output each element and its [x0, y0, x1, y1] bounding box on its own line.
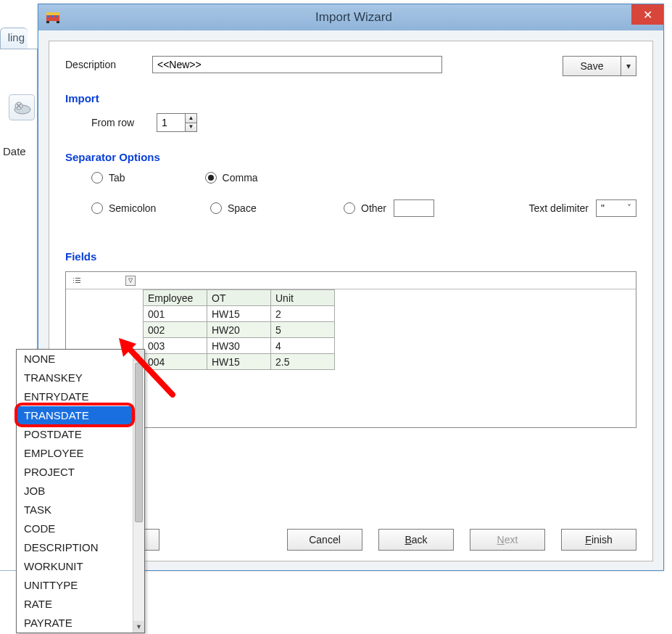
scroll-up-arrow[interactable]: ▲	[133, 350, 144, 361]
dropdown-item[interactable]: CODE	[17, 519, 133, 538]
section-import: Import	[65, 92, 636, 104]
close-button[interactable]: ✕	[631, 4, 663, 25]
spinner-down[interactable]: ▼	[186, 123, 196, 132]
dialog-title: Import Wizard	[44, 10, 663, 25]
dropdown-item[interactable]: UNITTYPE	[17, 576, 133, 595]
from-row-input[interactable]	[157, 114, 185, 131]
grid-cell: HW15	[207, 306, 271, 322]
dialog-button-bar: Cancel Back Next Finish	[287, 529, 636, 551]
radio-semicolon-label: Semicolon	[109, 202, 156, 214]
finish-button-label: Finish	[585, 534, 612, 546]
titlebar[interactable]: Import Wizard ✕	[38, 4, 663, 30]
cancel-button[interactable]: Cancel	[287, 529, 362, 551]
radio-tab-label: Tab	[109, 172, 125, 184]
table-row: 001 HW15 2	[144, 306, 335, 322]
section-fields: Fields	[65, 250, 636, 263]
table-row: 003 HW30 4	[144, 338, 335, 354]
grid-cell: HW15	[207, 354, 271, 370]
dropdown-item[interactable]: DESCRIPTION	[17, 538, 133, 557]
dropdown-scrollbar[interactable]: ▲ ▼	[133, 350, 144, 633]
save-button[interactable]: Save	[563, 56, 621, 76]
table-row: 004 HW15 2.5	[144, 354, 335, 370]
grid-cell: 001	[144, 306, 207, 322]
fields-toolbar: ▽	[66, 272, 636, 289]
dropdown-item[interactable]: PROJECT	[17, 463, 133, 482]
other-separator-input[interactable]	[394, 199, 434, 217]
radio-semicolon[interactable]: Semicolon	[91, 202, 210, 214]
car-icon	[12, 98, 33, 118]
list-icon	[70, 274, 83, 287]
dropdown-item[interactable]: NONE	[17, 350, 133, 369]
next-button: Next	[470, 529, 545, 551]
from-row-label: From row	[91, 117, 157, 128]
grid-header-cell[interactable]: OT	[207, 290, 271, 306]
dropdown-item[interactable]: TRANSDATE	[17, 406, 133, 425]
background-tab: ling	[0, 28, 28, 49]
dropdown-item[interactable]: TRANSKEY	[17, 369, 133, 387]
back-button[interactable]: Back	[378, 529, 454, 551]
background-toolbar-button[interactable]	[9, 94, 35, 120]
grid-cell: 002	[144, 322, 207, 338]
scroll-down-arrow[interactable]: ▼	[133, 621, 144, 633]
description-label: Description	[65, 59, 152, 70]
grid-header-cell[interactable]: Unit	[271, 290, 335, 306]
next-button-label: Next	[497, 534, 518, 546]
radio-tab[interactable]: Tab	[91, 172, 125, 184]
description-input[interactable]	[152, 56, 442, 73]
dropdown-item[interactable]: WORKUNIT	[17, 557, 133, 576]
text-delimiter-select[interactable]: "	[596, 199, 636, 217]
dropdown-item[interactable]: RATE	[17, 595, 133, 614]
grid-cell: 2.5	[271, 354, 335, 370]
dropdown-item[interactable]: TASK	[17, 501, 133, 519]
field-type-dropdown-button[interactable]: ▽	[125, 276, 136, 286]
save-dropdown-button[interactable]	[621, 56, 636, 76]
radio-other[interactable]: Other	[344, 202, 386, 214]
radio-comma[interactable]: Comma	[205, 172, 258, 184]
radio-other-label: Other	[361, 202, 386, 214]
back-button-label: Back	[405, 534, 427, 546]
dropdown-item[interactable]: ENTRYDATE	[17, 387, 133, 406]
dropdown-item[interactable]: PAYRATE	[17, 614, 133, 633]
cancel-button-label: Cancel	[309, 534, 341, 546]
field-type-dropdown-list[interactable]: NONETRANSKEYENTRYDATETRANSDATEPOSTDATEEM…	[16, 349, 145, 633]
background-tab-label: ling	[8, 31, 25, 44]
finish-button[interactable]: Finish	[561, 529, 636, 551]
fields-box: ▽ Employee OT Unit 001 HW15 2 002 HW20 5	[65, 271, 636, 428]
grid-cell: 5	[271, 322, 335, 338]
radio-comma-label: Comma	[223, 172, 258, 184]
from-row-spinner[interactable]: ▲ ▼	[157, 113, 197, 132]
grid-header-cell[interactable]: Employee	[144, 290, 207, 306]
save-button-label: Save	[581, 60, 604, 72]
grid-cell: 4	[271, 338, 335, 354]
radio-space-label: Space	[228, 202, 257, 214]
preview-grid: Employee OT Unit 001 HW15 2 002 HW20 5 0…	[143, 289, 335, 370]
radio-space[interactable]: Space	[210, 202, 344, 214]
dropdown-item[interactable]: POSTDATE	[17, 425, 133, 444]
dropdown-item[interactable]: JOB	[17, 482, 133, 501]
text-delimiter-label: Text delimiter	[529, 202, 589, 214]
grid-cell: 2	[271, 306, 335, 322]
grid-cell: HW20	[207, 322, 271, 338]
grid-cell: 004	[144, 354, 207, 370]
grid-cell: 003	[144, 338, 207, 354]
section-separator: Separator Options	[65, 151, 636, 163]
background-date-label: Date	[3, 145, 26, 157]
text-delimiter-value: "	[601, 202, 605, 214]
close-icon: ✕	[643, 8, 652, 22]
table-row: 002 HW20 5	[144, 322, 335, 338]
grid-header-row: Employee OT Unit	[144, 290, 335, 306]
dropdown-item[interactable]: EMPLOYEE	[17, 444, 133, 463]
grid-cell: HW30	[207, 338, 271, 354]
scroll-thumb[interactable]	[135, 363, 143, 522]
spinner-up[interactable]: ▲	[186, 114, 196, 123]
